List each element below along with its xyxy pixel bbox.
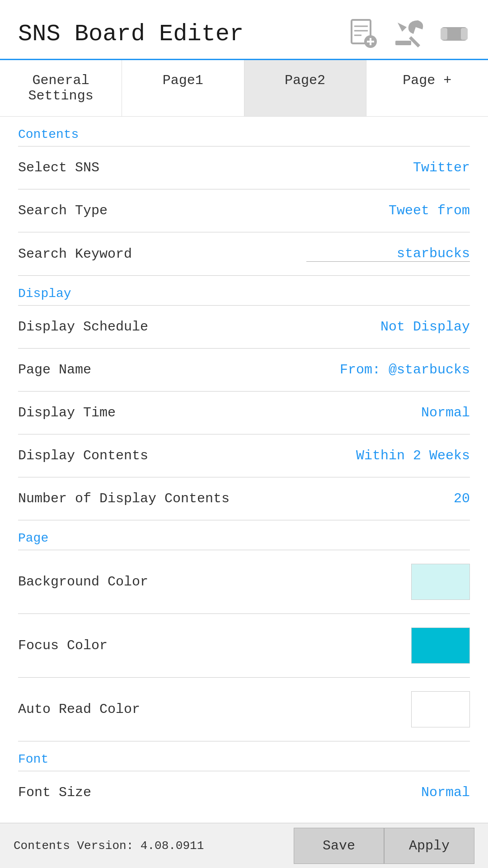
footer: Contents Version: 4.08.0911 Save Apply: [0, 823, 488, 868]
section-label-contents: Contents: [18, 117, 470, 146]
tools-icon[interactable]: [393, 18, 425, 50]
value-search-type[interactable]: Tweet from: [389, 203, 470, 218]
row-display-time: Display Time Normal: [18, 392, 470, 434]
tab-general-settings[interactable]: General Settings: [0, 60, 122, 116]
label-page-name: Page Name: [18, 362, 91, 377]
row-display-schedule: Display Schedule Not Display: [18, 306, 470, 349]
row-number-display-contents: Number of Display Contents 20: [18, 477, 470, 520]
label-select-sns: Select SNS: [18, 160, 99, 175]
value-display-schedule[interactable]: Not Display: [380, 319, 470, 335]
row-focus-color: Focus Color: [18, 614, 470, 678]
value-page-name[interactable]: From: @starbucks: [340, 362, 470, 377]
header: SNS Board Editer: [0, 0, 488, 59]
label-display-contents: Display Contents: [18, 448, 148, 463]
save-button[interactable]: Save: [294, 828, 384, 864]
row-select-sns: Select SNS Twitter: [18, 146, 470, 189]
row-auto-read-color: Auto Read Color: [18, 678, 470, 741]
section-label-display: Display: [18, 276, 470, 305]
label-number-display-contents: Number of Display Contents: [18, 491, 230, 506]
tab-page1[interactable]: Page1: [122, 60, 244, 116]
content-area: Contents Select SNS Twitter Search Type …: [0, 117, 488, 804]
label-font-size: Font Size: [18, 785, 91, 800]
new-document-icon[interactable]: [348, 18, 380, 50]
label-background-color: Background Color: [18, 574, 148, 590]
svg-rect-10: [461, 28, 468, 40]
svg-rect-7: [395, 41, 411, 45]
header-icons: [348, 18, 470, 50]
label-search-keyword: Search Keyword: [18, 246, 132, 262]
swatch-background-color[interactable]: [411, 564, 470, 600]
row-font-size: Font Size Normal: [18, 771, 470, 804]
footer-buttons: Save Apply: [294, 828, 474, 864]
input-search-keyword[interactable]: [306, 246, 470, 262]
value-display-time[interactable]: Normal: [421, 405, 470, 420]
label-display-time: Display Time: [18, 405, 116, 420]
tab-page2[interactable]: Page2: [244, 60, 366, 116]
value-number-display-contents[interactable]: 20: [454, 491, 470, 506]
label-display-schedule: Display Schedule: [18, 319, 148, 335]
swatch-focus-color[interactable]: [411, 627, 470, 664]
section-label-page: Page: [18, 520, 470, 550]
tab-page-plus[interactable]: Page +: [366, 60, 488, 116]
wrench-icon[interactable]: [438, 18, 470, 50]
row-display-contents: Display Contents Within 2 Weeks: [18, 434, 470, 477]
row-page-name: Page Name From: @starbucks: [18, 349, 470, 392]
label-focus-color: Focus Color: [18, 638, 108, 653]
tab-bar: General Settings Page1 Page2 Page +: [0, 59, 488, 117]
apply-button[interactable]: Apply: [384, 828, 474, 864]
row-search-type: Search Type Tweet from: [18, 189, 470, 232]
value-font-size[interactable]: Normal: [421, 785, 470, 800]
swatch-auto-read-color[interactable]: [411, 691, 470, 727]
label-search-type: Search Type: [18, 203, 108, 218]
row-search-keyword: Search Keyword: [18, 232, 470, 276]
value-display-contents[interactable]: Within 2 Weeks: [356, 448, 470, 463]
row-background-color: Background Color: [18, 550, 470, 614]
value-select-sns[interactable]: Twitter: [413, 160, 470, 175]
label-auto-read-color: Auto Read Color: [18, 702, 140, 717]
version-label: Contents Version: 4.08.0911: [14, 839, 204, 853]
page-title: SNS Board Editer: [18, 21, 244, 47]
section-label-font: Font: [18, 741, 470, 771]
svg-rect-9: [441, 28, 447, 40]
